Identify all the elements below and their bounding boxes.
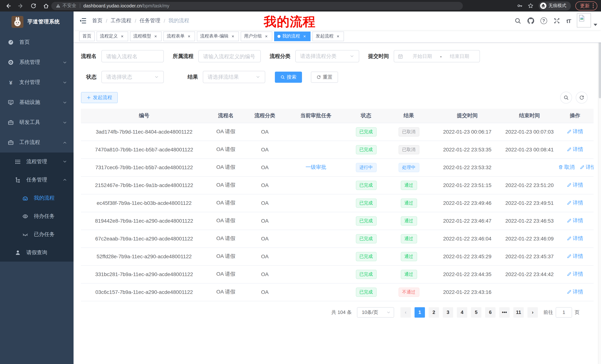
- view-tab[interactable]: 用户分组 ×: [241, 31, 272, 41]
- view-tab[interactable]: 流程定义 ×: [97, 31, 128, 41]
- cancel-button[interactable]: 取消: [558, 164, 575, 171]
- page-button[interactable]: 4: [457, 307, 467, 317]
- browser-menu-icon[interactable]: [593, 3, 594, 8]
- page-scrollbar[interactable]: [598, 11, 601, 364]
- reset-button[interactable]: 重置: [311, 71, 338, 83]
- submit-time-range-picker[interactable]: 开始日期 - 结束日期: [394, 50, 480, 62]
- sidebar-item-task-management[interactable]: 任务管理: [0, 171, 74, 189]
- trash-icon: [558, 165, 563, 170]
- detail-button[interactable]: 详情: [567, 253, 583, 260]
- view-tab[interactable]: 流程模型 ×: [130, 31, 161, 41]
- breadcrumb-workflow[interactable]: 工作流程: [111, 18, 131, 24]
- detail-button[interactable]: 详情: [567, 182, 583, 189]
- view-tab[interactable]: 流程表单-编辑 ×: [197, 31, 239, 41]
- detail-button[interactable]: 详情: [567, 235, 583, 242]
- end-date-placeholder[interactable]: 结束日期: [443, 53, 476, 59]
- sidebar-item-process-management[interactable]: 流程管理: [0, 153, 74, 171]
- hamburger-icon[interactable]: [74, 17, 92, 25]
- close-icon[interactable]: ×: [230, 34, 235, 39]
- cell-category: OA: [244, 123, 285, 141]
- pen-icon: [567, 254, 572, 259]
- start-process-button[interactable]: 发起流程: [81, 92, 118, 103]
- detail-button[interactable]: 详情: [567, 271, 583, 278]
- close-icon[interactable]: ×: [335, 34, 341, 39]
- detail-button[interactable]: 详情: [567, 289, 583, 295]
- sidebar-item-home[interactable]: 首页: [0, 32, 74, 52]
- cell-submit-time: 2022-01-22 23:46:04: [432, 230, 502, 248]
- process-definition-input[interactable]: [198, 50, 261, 62]
- page-button[interactable]: 11: [513, 307, 524, 317]
- url-bar[interactable]: 不安全 dashboard.yudao.iocoder.cn /bpm/task…: [51, 2, 463, 10]
- close-icon[interactable]: ×: [120, 34, 125, 39]
- sidebar-item-system[interactable]: 系统管理: [0, 52, 74, 72]
- close-icon[interactable]: ×: [186, 34, 192, 39]
- sidebar-item-payment[interactable]: ¥ 支付管理: [0, 72, 74, 92]
- avatar[interactable]: [577, 13, 591, 28]
- start-date-placeholder[interactable]: 开始日期: [406, 53, 439, 59]
- page-button[interactable]: •••: [499, 307, 510, 317]
- cell-end-time: 2022-01-22 23:49:51: [502, 194, 556, 212]
- result-select[interactable]: 请选择流结果: [203, 71, 265, 83]
- breadcrumb-home[interactable]: 首页: [92, 18, 102, 24]
- sidebar-item-leave-query[interactable]: 请假查询: [0, 243, 74, 262]
- detail-button[interactable]: 详情: [567, 128, 583, 135]
- next-page-button[interactable]: ›: [527, 307, 538, 317]
- view-tab[interactable]: 首页: [79, 31, 95, 41]
- browser-forward-icon[interactable]: [18, 3, 24, 9]
- breadcrumb-task-management[interactable]: 任务管理: [140, 18, 160, 24]
- user-menu[interactable]: [577, 13, 597, 28]
- bookmark-star-icon[interactable]: [528, 3, 533, 9]
- pen-icon: [567, 272, 572, 277]
- page-button[interactable]: 5: [471, 307, 481, 317]
- view-tab[interactable]: 我的流程 ×: [274, 31, 311, 41]
- view-tab[interactable]: 发起流程 ×: [312, 31, 344, 41]
- search-icon[interactable]: [514, 18, 521, 24]
- browser-update-button[interactable]: 更新: [575, 1, 597, 10]
- browser-reload-icon[interactable]: [30, 3, 36, 9]
- sidebar-item-my-process[interactable]: 我的流程: [0, 189, 74, 207]
- close-icon[interactable]: ×: [302, 34, 307, 39]
- close-icon[interactable]: ×: [153, 34, 158, 39]
- goto-page-input[interactable]: [556, 307, 572, 317]
- monitor-icon: [8, 99, 14, 105]
- insecure-warning-icon[interactable]: [56, 3, 60, 8]
- cell-end-time: 2022-01-22 23:45:37: [502, 248, 556, 265]
- detail-button[interactable]: 详情: [567, 217, 583, 224]
- browser-home-icon[interactable]: [43, 3, 49, 9]
- refresh-table-button[interactable]: [576, 92, 588, 104]
- workflow-submenu: 流程管理 任务管理 我的流程 待办任务 已办: [0, 153, 74, 262]
- close-icon[interactable]: ×: [264, 34, 269, 39]
- page-button[interactable]: 2: [429, 307, 439, 317]
- app-logo[interactable]: 芋道管理系统: [0, 11, 74, 32]
- toggle-search-button[interactable]: [560, 92, 572, 104]
- prev-page-button[interactable]: ‹: [401, 307, 411, 317]
- sidebar-item-todo-tasks[interactable]: 待办任务: [0, 207, 74, 225]
- browser-back-icon[interactable]: [5, 3, 11, 9]
- sidebar-item-done-tasks[interactable]: 已办任务: [0, 225, 74, 243]
- detail-button[interactable]: 详情: [580, 164, 594, 171]
- view-tab[interactable]: 流程表单 ×: [163, 31, 195, 41]
- sidebar-item-devtools[interactable]: 研发工具: [0, 112, 74, 133]
- text-size-icon[interactable]: tT: [566, 18, 571, 24]
- detail-button[interactable]: 详情: [567, 200, 583, 206]
- fullscreen-icon[interactable]: [553, 18, 560, 24]
- sidebar-item-infrastructure[interactable]: 基础设施: [0, 92, 74, 112]
- password-key-icon[interactable]: [517, 3, 522, 9]
- page-button[interactable]: 1: [415, 307, 425, 317]
- sidebar-item-workflow[interactable]: 工作流程: [0, 133, 74, 153]
- search-button[interactable]: 搜索: [275, 71, 302, 83]
- status-select[interactable]: 请选择状态: [101, 71, 164, 83]
- process-name-input[interactable]: [101, 50, 164, 62]
- help-icon[interactable]: ?: [541, 18, 547, 24]
- process-category-select[interactable]: 请选择流程分类: [295, 50, 359, 62]
- page-button[interactable]: 6: [485, 307, 496, 317]
- current-task-link[interactable]: 一级审批: [306, 164, 326, 170]
- page-button[interactable]: 3: [443, 307, 453, 317]
- detail-button[interactable]: 详情: [567, 146, 583, 153]
- github-icon[interactable]: [527, 18, 534, 24]
- cell-name: OA 请假: [207, 248, 244, 265]
- cell-result: 处理中: [386, 158, 432, 176]
- cell-name: OA 请假: [207, 283, 244, 301]
- page-size-select[interactable]: 10条/页: [357, 307, 394, 317]
- refresh-icon: [316, 75, 321, 79]
